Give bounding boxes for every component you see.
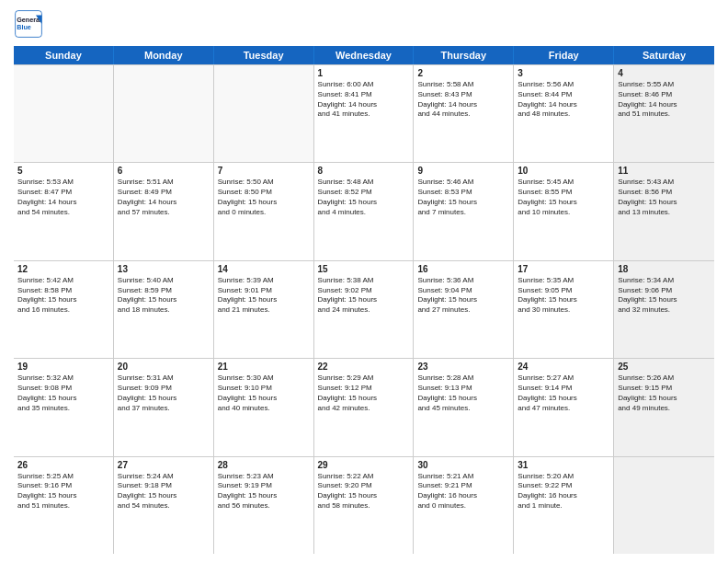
day-number: 21 <box>218 362 310 372</box>
day-info: Sunrise: 5:20 AM Sunset: 9:22 PM Dayligh… <box>518 472 609 511</box>
day-info: Sunrise: 5:30 AM Sunset: 9:10 PM Dayligh… <box>218 373 310 413</box>
day-info: Sunrise: 5:51 AM Sunset: 8:49 PM Dayligh… <box>118 178 210 217</box>
day-info: Sunrise: 5:42 AM Sunset: 8:58 PM Dayligh… <box>17 276 109 316</box>
day-number: 4 <box>618 68 711 78</box>
day-cell-9: 9Sunrise: 5:46 AM Sunset: 8:53 PM Daylig… <box>414 163 514 259</box>
day-number: 25 <box>618 362 711 372</box>
day-info: Sunrise: 5:39 AM Sunset: 9:01 PM Dayligh… <box>218 276 310 316</box>
day-number: 24 <box>518 362 609 372</box>
day-info: Sunrise: 6:00 AM Sunset: 8:41 PM Dayligh… <box>318 80 410 120</box>
day-info: Sunrise: 5:21 AM Sunset: 9:21 PM Dayligh… <box>417 472 509 511</box>
day-number: 11 <box>618 166 711 176</box>
day-cell-empty-0-0 <box>14 65 114 162</box>
day-info: Sunrise: 5:23 AM Sunset: 9:19 PM Dayligh… <box>218 472 310 511</box>
calendar-body: 1Sunrise: 6:00 AM Sunset: 8:41 PM Daylig… <box>14 64 714 554</box>
day-cell-31: 31Sunrise: 5:20 AM Sunset: 9:22 PM Dayli… <box>514 457 614 554</box>
day-number: 7 <box>218 166 310 176</box>
day-header-tuesday: Tuesday <box>214 46 314 64</box>
day-number: 15 <box>318 264 410 274</box>
day-number: 6 <box>118 166 210 176</box>
day-number: 23 <box>417 362 509 372</box>
day-header-friday: Friday <box>514 46 614 64</box>
day-header-wednesday: Wednesday <box>314 46 415 64</box>
day-info: Sunrise: 5:43 AM Sunset: 8:56 PM Dayligh… <box>618 178 711 217</box>
day-number: 28 <box>218 460 310 470</box>
day-number: 30 <box>417 460 509 470</box>
day-number: 26 <box>17 460 109 470</box>
day-number: 20 <box>118 362 210 372</box>
day-cell-4: 4Sunrise: 5:55 AM Sunset: 8:46 PM Daylig… <box>614 65 714 162</box>
calendar-row-2: 5Sunrise: 5:53 AM Sunset: 8:47 PM Daylig… <box>14 163 714 260</box>
day-info: Sunrise: 5:56 AM Sunset: 8:44 PM Dayligh… <box>518 80 609 120</box>
day-header-sunday: Sunday <box>14 46 114 64</box>
day-number: 16 <box>417 264 509 274</box>
day-cell-30: 30Sunrise: 5:21 AM Sunset: 9:21 PM Dayli… <box>414 457 514 554</box>
day-info: Sunrise: 5:35 AM Sunset: 9:05 PM Dayligh… <box>518 276 609 316</box>
day-info: Sunrise: 5:25 AM Sunset: 9:16 PM Dayligh… <box>17 472 109 511</box>
day-cell-5: 5Sunrise: 5:53 AM Sunset: 8:47 PM Daylig… <box>14 163 114 259</box>
logo-icon: General Blue <box>14 9 43 39</box>
calendar: SundayMondayTuesdayWednesdayThursdayFrid… <box>14 46 714 554</box>
day-number: 22 <box>318 362 410 372</box>
day-number: 9 <box>417 166 509 176</box>
day-cell-10: 10Sunrise: 5:45 AM Sunset: 8:55 PM Dayli… <box>514 163 614 259</box>
day-info: Sunrise: 5:31 AM Sunset: 9:09 PM Dayligh… <box>118 373 210 413</box>
day-cell-24: 24Sunrise: 5:27 AM Sunset: 9:14 PM Dayli… <box>514 359 614 455</box>
day-info: Sunrise: 5:29 AM Sunset: 9:12 PM Dayligh… <box>318 373 410 413</box>
day-cell-17: 17Sunrise: 5:35 AM Sunset: 9:05 PM Dayli… <box>514 261 614 358</box>
page: General Blue SundayMondayTuesdayWednesda… <box>0 0 728 563</box>
day-info: Sunrise: 5:46 AM Sunset: 8:53 PM Dayligh… <box>417 178 509 217</box>
day-cell-14: 14Sunrise: 5:39 AM Sunset: 9:01 PM Dayli… <box>214 261 314 358</box>
day-number: 3 <box>518 68 609 78</box>
calendar-row-1: 1Sunrise: 6:00 AM Sunset: 8:41 PM Daylig… <box>14 64 714 163</box>
day-info: Sunrise: 5:58 AM Sunset: 8:43 PM Dayligh… <box>417 80 509 120</box>
day-number: 12 <box>17 264 109 274</box>
day-cell-empty-4-6 <box>614 457 714 554</box>
day-info: Sunrise: 5:36 AM Sunset: 9:04 PM Dayligh… <box>417 276 509 316</box>
day-number: 19 <box>17 362 109 372</box>
day-number: 31 <box>518 460 609 470</box>
day-cell-29: 29Sunrise: 5:22 AM Sunset: 9:20 PM Dayli… <box>314 457 415 554</box>
day-cell-28: 28Sunrise: 5:23 AM Sunset: 9:19 PM Dayli… <box>214 457 314 554</box>
calendar-header: SundayMondayTuesdayWednesdayThursdayFrid… <box>14 46 714 64</box>
day-cell-25: 25Sunrise: 5:26 AM Sunset: 9:15 PM Dayli… <box>614 359 714 455</box>
day-cell-1: 1Sunrise: 6:00 AM Sunset: 8:41 PM Daylig… <box>314 65 415 162</box>
day-header-thursday: Thursday <box>414 46 514 64</box>
day-number: 17 <box>518 264 609 274</box>
day-number: 14 <box>218 264 310 274</box>
day-cell-7: 7Sunrise: 5:50 AM Sunset: 8:50 PM Daylig… <box>214 163 314 259</box>
day-info: Sunrise: 5:53 AM Sunset: 8:47 PM Dayligh… <box>17 178 109 217</box>
day-header-monday: Monday <box>114 46 214 64</box>
day-info: Sunrise: 5:27 AM Sunset: 9:14 PM Dayligh… <box>518 373 609 413</box>
day-number: 2 <box>417 68 509 78</box>
day-cell-16: 16Sunrise: 5:36 AM Sunset: 9:04 PM Dayli… <box>414 261 514 358</box>
day-cell-6: 6Sunrise: 5:51 AM Sunset: 8:49 PM Daylig… <box>114 163 214 259</box>
calendar-row-4: 19Sunrise: 5:32 AM Sunset: 9:08 PM Dayli… <box>14 359 714 456</box>
day-cell-empty-0-2 <box>214 65 314 162</box>
day-cell-19: 19Sunrise: 5:32 AM Sunset: 9:08 PM Dayli… <box>14 359 114 455</box>
day-header-saturday: Saturday <box>614 46 714 64</box>
day-cell-20: 20Sunrise: 5:31 AM Sunset: 9:09 PM Dayli… <box>114 359 214 455</box>
day-number: 27 <box>118 460 210 470</box>
day-info: Sunrise: 5:26 AM Sunset: 9:15 PM Dayligh… <box>618 373 711 413</box>
day-number: 13 <box>118 264 210 274</box>
day-info: Sunrise: 5:40 AM Sunset: 8:59 PM Dayligh… <box>118 276 210 316</box>
day-info: Sunrise: 5:50 AM Sunset: 8:50 PM Dayligh… <box>218 178 310 217</box>
day-cell-2: 2Sunrise: 5:58 AM Sunset: 8:43 PM Daylig… <box>414 65 514 162</box>
day-cell-13: 13Sunrise: 5:40 AM Sunset: 8:59 PM Dayli… <box>114 261 214 358</box>
day-info: Sunrise: 5:38 AM Sunset: 9:02 PM Dayligh… <box>318 276 410 316</box>
calendar-row-3: 12Sunrise: 5:42 AM Sunset: 8:58 PM Dayli… <box>14 261 714 359</box>
day-info: Sunrise: 5:48 AM Sunset: 8:52 PM Dayligh… <box>318 178 410 217</box>
day-number: 1 <box>318 68 410 78</box>
day-info: Sunrise: 5:32 AM Sunset: 9:08 PM Dayligh… <box>17 373 109 413</box>
day-cell-26: 26Sunrise: 5:25 AM Sunset: 9:16 PM Dayli… <box>14 457 114 554</box>
header: General Blue <box>14 9 714 39</box>
svg-text:Blue: Blue <box>17 23 31 31</box>
day-cell-12: 12Sunrise: 5:42 AM Sunset: 8:58 PM Dayli… <box>14 261 114 358</box>
day-cell-3: 3Sunrise: 5:56 AM Sunset: 8:44 PM Daylig… <box>514 65 614 162</box>
day-number: 29 <box>318 460 410 470</box>
day-info: Sunrise: 5:45 AM Sunset: 8:55 PM Dayligh… <box>518 178 609 217</box>
day-info: Sunrise: 5:24 AM Sunset: 9:18 PM Dayligh… <box>118 472 210 511</box>
day-cell-empty-0-1 <box>114 65 214 162</box>
calendar-row-5: 26Sunrise: 5:25 AM Sunset: 9:16 PM Dayli… <box>14 457 714 554</box>
